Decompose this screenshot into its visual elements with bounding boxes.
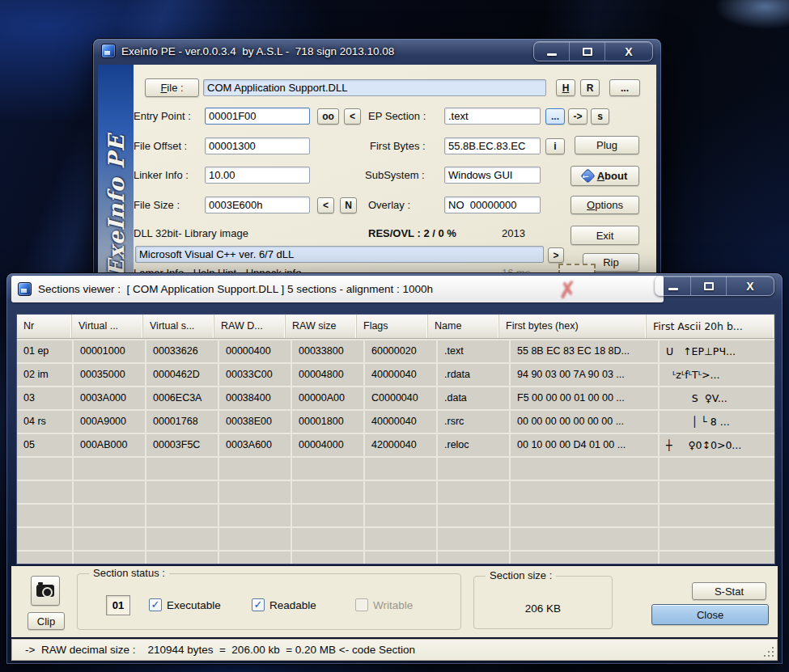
- main-window-body: ExeInfo PE File : COM Application Suppor…: [98, 65, 656, 281]
- close-button[interactable]: X: [605, 42, 652, 61]
- sections-maximize-button[interactable]: [691, 277, 727, 295]
- checkbox-box: [355, 598, 368, 611]
- column-header[interactable]: Nr: [17, 315, 72, 338]
- close-sections-button[interactable]: Close: [651, 604, 769, 625]
- info-button[interactable]: i: [545, 138, 565, 154]
- table-cell: [511, 458, 658, 480]
- resize-grip[interactable]: [764, 647, 774, 657]
- exit-button[interactable]: Exit: [571, 226, 639, 245]
- table-cell: 01 ep: [17, 340, 72, 362]
- column-header[interactable]: Flags: [357, 315, 428, 338]
- table-cell: [511, 505, 658, 526]
- checkbox-readable[interactable]: ✓ Readable: [252, 598, 316, 611]
- table-cell: 55 8B EC 83 EC 18 8D...: [511, 340, 658, 362]
- table-cell: 00001768: [146, 411, 218, 433]
- table-header: NrVirtual ...Virtual s...RAW D...RAW siz…: [17, 315, 774, 339]
- red-x-smudge: ✗: [557, 277, 578, 304]
- table-cell: [365, 481, 436, 503]
- checkbox-executable[interactable]: ✓ Executable: [149, 598, 221, 611]
- table-cell: [74, 552, 145, 564]
- column-header[interactable]: Name: [428, 315, 499, 338]
- table-cell: [292, 505, 363, 526]
- file-name-input[interactable]: COM Application Support.DLL: [203, 79, 546, 96]
- entry-point-input[interactable]: 00001F00: [205, 108, 310, 125]
- table-cell: [219, 528, 291, 550]
- oo-button[interactable]: oo: [317, 108, 339, 125]
- s-button[interactable]: s: [591, 108, 609, 125]
- table-cell: 00003F5C: [146, 434, 218, 456]
- table-body: 01 ep00001000000336260000040000033800600…: [17, 340, 774, 564]
- file-size-input[interactable]: 0003E600h: [205, 197, 310, 213]
- table-cell: S ♀V...: [660, 387, 774, 409]
- table-row[interactable]: 030003A0000006EC3A0003840000000A00C00000…: [17, 387, 774, 409]
- overlay-input[interactable]: NO 00000000: [444, 197, 541, 213]
- options-button[interactable]: Options: [571, 196, 639, 214]
- table-row[interactable]: 01 ep00001000000336260000040000033800600…: [17, 340, 774, 362]
- column-header[interactable]: First Ascii 20h b...: [647, 315, 774, 338]
- table-row[interactable]: 02 im000350000000462D00033C0000004800400…: [17, 364, 774, 386]
- minimize-button[interactable]: [534, 42, 570, 61]
- browse-button[interactable]: ...: [609, 79, 640, 96]
- table-cell: 00000A00: [292, 387, 363, 409]
- table-cell: [17, 505, 72, 526]
- table-cell: 00033800: [292, 340, 363, 362]
- s-stat-button[interactable]: S-Stat: [692, 582, 766, 600]
- status-bar: -> RAW decimal size : 210944 bytes = 206…: [11, 639, 778, 661]
- table-cell: 0003A000: [74, 387, 145, 409]
- linker-info-input[interactable]: 10.00: [205, 167, 310, 184]
- ep-goto-button[interactable]: ->: [568, 108, 588, 125]
- table-row[interactable]: [17, 528, 774, 550]
- file-offset-input[interactable]: 00001300: [205, 137, 310, 154]
- table-row[interactable]: [17, 458, 774, 480]
- screenshot-button[interactable]: [31, 576, 60, 606]
- clip-button[interactable]: Clip: [28, 612, 65, 630]
- check-mark-icon: ✓: [254, 599, 263, 610]
- sections-title-bar[interactable]: Sections viewer : [ COM Application Supp…: [11, 276, 664, 302]
- subsystem-input[interactable]: Windows GUI: [444, 167, 541, 184]
- table-cell: 04 rs: [17, 411, 72, 433]
- column-header[interactable]: RAW D...: [214, 315, 286, 338]
- table-cell: [219, 505, 291, 526]
- about-button[interactable]: ✓ About: [571, 166, 639, 186]
- table-row[interactable]: [17, 552, 774, 564]
- sections-minimize-button[interactable]: [655, 277, 691, 295]
- column-header[interactable]: RAW size: [286, 315, 357, 338]
- table-row[interactable]: [17, 505, 774, 526]
- section-size-group: Section size : 206 KB: [473, 576, 613, 629]
- compiler-detect-input[interactable]: Microsoft Visual C++ ver. 6/7 dLL: [135, 246, 544, 263]
- minimize-icon: [668, 288, 678, 290]
- banner-text: ExeInfo PE: [104, 134, 129, 277]
- checkbox-label: Writable: [373, 599, 413, 611]
- minimize-icon: [547, 53, 557, 56]
- column-header[interactable]: Virtual ...: [72, 315, 143, 338]
- ep-section-input[interactable]: .text: [444, 108, 541, 125]
- size-back-button[interactable]: <: [317, 197, 334, 213]
- next-detect-button[interactable]: >: [548, 247, 564, 263]
- table-cell: 00001800: [292, 411, 363, 433]
- back-button[interactable]: <: [344, 108, 361, 125]
- plug-button[interactable]: Plug: [575, 136, 639, 154]
- column-header[interactable]: Virtual s...: [143, 315, 214, 338]
- table-row[interactable]: 05000AB00000003F5C0003A60000004000420000…: [17, 434, 774, 456]
- sections-close-button[interactable]: X: [727, 277, 774, 295]
- table-cell: 000A9000: [74, 411, 145, 433]
- n-button[interactable]: N: [340, 197, 357, 213]
- r-button[interactable]: R: [580, 79, 600, 96]
- file-button[interactable]: File :: [145, 78, 199, 97]
- first-bytes-input[interactable]: 55.8B.EC.83.EC: [444, 137, 541, 154]
- table-cell: 00000400: [219, 340, 291, 362]
- column-header[interactable]: First bytes (hex): [499, 315, 647, 338]
- checkbox-writable[interactable]: Writable: [355, 598, 413, 611]
- maximize-button[interactable]: [570, 42, 605, 61]
- main-title-bar[interactable]: Exeinfo PE - ver.0.0.3.4 by A.S.L - 718 …: [101, 44, 394, 58]
- ep-dots-button[interactable]: ...: [545, 108, 565, 125]
- table-cell: 40000040: [365, 364, 436, 386]
- hex-button[interactable]: H: [556, 79, 575, 96]
- table-cell: [292, 528, 363, 550]
- table-cell: [365, 528, 436, 550]
- table-row[interactable]: [17, 481, 774, 503]
- file-size-label: File Size :: [134, 199, 180, 211]
- table-row[interactable]: 04 rs000A90000000176800038E0000001800400…: [17, 411, 774, 433]
- table-cell: 00033C00: [219, 364, 291, 386]
- entry-point-label: Entry Point :: [134, 110, 191, 122]
